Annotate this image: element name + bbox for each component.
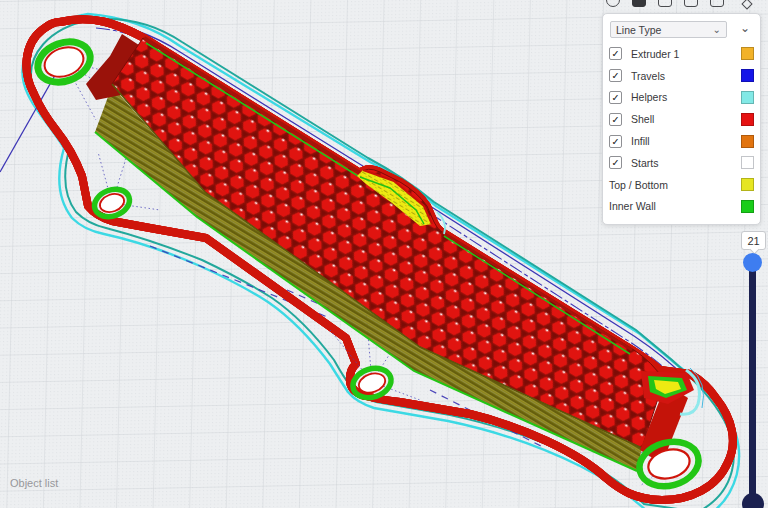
legend-row-inner-wall: Inner Wall [603, 196, 760, 218]
legend-row-extruder1: ✓ Extruder 1 [603, 43, 760, 65]
color-swatch-infill[interactable] [741, 135, 754, 148]
legend-row-infill: ✓ Infill [603, 130, 760, 152]
checkbox-helpers[interactable]: ✓ [609, 91, 622, 104]
legend-rows: ✓ Extruder 1 ✓ Travels ✓ Helpers ✓ Shell… [603, 43, 760, 217]
checkbox-extruder1[interactable]: ✓ [609, 47, 622, 60]
legend-label: Top / Bottom [609, 179, 668, 191]
chevron-down-icon: ⌄ [740, 21, 750, 35]
legend-label: Starts [631, 157, 658, 169]
cube-outline-view-icon-1[interactable] [658, 0, 672, 7]
cura-preview-window: Line Type ⌄ ⌄ ✓ Extruder 1 ✓ Travels ✓ H… [0, 0, 768, 508]
legend-row-top-bottom: Top / Bottom [603, 174, 760, 196]
legend-row-travels: ✓ Travels [603, 65, 760, 87]
legend-row-helpers: ✓ Helpers [603, 87, 760, 109]
layer-number-tooltip: 21 [741, 231, 766, 250]
chevron-down-icon: ⌄ [713, 26, 721, 34]
layer-slider-end-knob[interactable] [742, 493, 764, 508]
legend-row-shell: ✓ Shell [603, 108, 760, 130]
diamond-icon[interactable] [741, 0, 752, 10]
checkbox-starts[interactable]: ✓ [609, 156, 622, 169]
cube-outline-view-icon-3[interactable] [710, 0, 724, 7]
legend-label: Helpers [631, 91, 667, 103]
cube-outline-view-icon-2[interactable] [684, 0, 698, 7]
cube-solid-view-icon[interactable] [632, 0, 646, 7]
legend-row-starts: ✓ Starts [603, 152, 760, 174]
color-swatch-helpers[interactable] [741, 91, 754, 104]
legend-label: Travels [631, 70, 665, 82]
legend-label: Infill [631, 135, 650, 147]
color-swatch-starts[interactable] [741, 156, 754, 169]
layer-number-value: 21 [747, 235, 759, 247]
color-scheme-panel: Line Type ⌄ ⌄ ✓ Extruder 1 ✓ Travels ✓ H… [602, 13, 761, 225]
legend-label: Shell [631, 113, 654, 125]
color-swatch-shell[interactable] [741, 113, 754, 126]
layer-slider-handle[interactable] [743, 253, 762, 272]
color-swatch-travels[interactable] [741, 69, 754, 82]
object-list-toggle[interactable]: Object list [10, 477, 58, 489]
line-type-label: Line Type [616, 24, 661, 36]
line-type-dropdown[interactable]: Line Type ⌄ [610, 21, 727, 38]
legend-label: Inner Wall [609, 200, 656, 212]
top-toolbar [600, 0, 768, 14]
layer-slider-track[interactable] [749, 262, 756, 508]
checkbox-travels[interactable]: ✓ [609, 69, 622, 82]
checkbox-infill[interactable]: ✓ [609, 135, 622, 148]
legend-label: Extruder 1 [631, 48, 679, 60]
color-swatch-inner-wall[interactable] [741, 200, 754, 213]
panel-collapse-button[interactable]: ⌄ [737, 20, 753, 36]
color-swatch-extruder1[interactable] [741, 47, 754, 60]
orbit-view-icon[interactable] [606, 0, 620, 7]
checkbox-shell[interactable]: ✓ [609, 113, 622, 126]
color-swatch-top-bottom[interactable] [741, 178, 754, 191]
